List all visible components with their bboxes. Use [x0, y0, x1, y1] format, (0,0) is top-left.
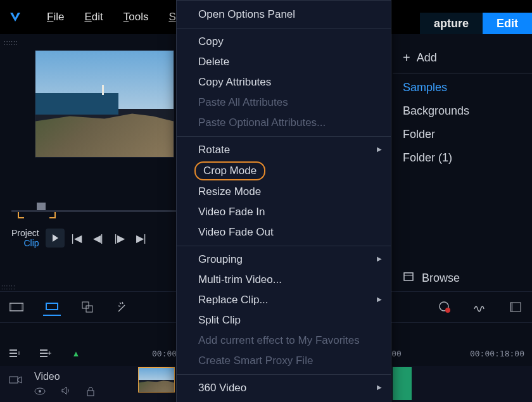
cm-delete[interactable]: Delete: [177, 52, 391, 72]
svg-rect-5: [82, 302, 89, 308]
cm-crop-mode[interactable]: Crop Mode: [194, 161, 265, 180]
record-icon[interactable]: [436, 298, 453, 316]
timeline-clip-2[interactable]: [393, 367, 412, 400]
video-track-label: Video: [34, 371, 60, 382]
tab-edit[interactable]: Edit: [483, 13, 532, 34]
cm-rotate[interactable]: Rotate: [177, 140, 391, 160]
cm-paste-optional-attributes: Paste Optional Attributes...: [177, 113, 391, 133]
library-folder-samples[interactable]: Samples: [393, 76, 532, 99]
timecode-right: 00:00:18:00: [470, 349, 524, 358]
panel-grip[interactable]: ::::::: [0, 38, 177, 47]
cm-copy-attributes[interactable]: Copy Attributes: [177, 72, 391, 92]
library-folder-1[interactable]: Folder (1): [393, 146, 532, 170]
library-browse[interactable]: Browse: [393, 266, 532, 291]
svg-point-8: [445, 308, 450, 313]
step-back-button[interactable]: ◀|: [89, 229, 108, 248]
track-visible-icon[interactable]: [34, 386, 46, 399]
preview-scrubber[interactable]: [11, 203, 176, 212]
cm-open-options[interactable]: Open Options Panel: [177, 4, 391, 25]
mark-in-icon[interactable]: [18, 212, 24, 218]
go-start-button[interactable]: |◀: [67, 229, 86, 248]
menu-file[interactable]: File: [37, 11, 74, 23]
app-logo: [6, 8, 24, 26]
add-track-icon[interactable]: [38, 346, 53, 361]
cm-video-fade-in[interactable]: Video Fade In: [177, 202, 391, 222]
track-lock-icon[interactable]: [86, 386, 95, 399]
clip-context-menu: Open Options Panel Copy Delete Copy Attr…: [176, 0, 391, 402]
mark-out-icon[interactable]: [49, 212, 56, 218]
mode-project-label[interactable]: Project: [11, 228, 39, 238]
cm-360-video[interactable]: 360 Video: [177, 378, 391, 398]
video-track-icon[interactable]: [9, 375, 23, 387]
playback-controls: Project Clip |◀ ◀| |▶ ▶|: [11, 228, 151, 248]
cm-resize-mode[interactable]: Resize Mode: [177, 182, 391, 202]
timeline-view-icon[interactable]: [43, 298, 61, 316]
library-add[interactable]: +Add: [393, 46, 532, 70]
svg-rect-14: [87, 391, 94, 396]
library-folder-backgrounds[interactable]: Backgrounds: [393, 99, 532, 123]
go-end-button[interactable]: ▶|: [132, 229, 151, 248]
step-forward-button[interactable]: |▶: [110, 229, 129, 248]
library-panel: +Add Samples Backgrounds Folder Folder (…: [393, 46, 532, 170]
svg-rect-3: [22, 303, 23, 311]
svg-rect-11: [10, 377, 18, 383]
cm-replace-clip[interactable]: Replace Clip...: [177, 290, 391, 310]
plus-icon: +: [403, 51, 410, 65]
mode-clip-label[interactable]: Clip: [11, 238, 39, 248]
svg-rect-6: [86, 306, 92, 312]
preview-panel: ::::::: [0, 38, 177, 158]
svg-rect-4: [46, 303, 58, 310]
svg-rect-1: [10, 303, 23, 311]
svg-point-13: [39, 390, 41, 393]
play-button[interactable]: [46, 229, 65, 248]
timeline-clip[interactable]: [138, 367, 175, 393]
cm-paste-all-attributes: Paste All Attributes: [177, 92, 391, 113]
panel-grip-2[interactable]: ::::::: [1, 284, 16, 291]
svg-rect-0: [404, 273, 413, 280]
track-list-icon[interactable]: [8, 346, 23, 361]
fx-tool-icon[interactable]: [114, 298, 132, 316]
preview-viewport[interactable]: [35, 50, 174, 158]
collapse-tracks-icon[interactable]: ▲: [68, 346, 84, 361]
menu-edit[interactable]: Edit: [74, 11, 113, 23]
cm-split-clip[interactable]: Split Clip: [177, 310, 391, 330]
audio-mixer-icon[interactable]: [471, 298, 489, 316]
track-audio-icon[interactable]: [61, 386, 71, 399]
storyboard-view-icon[interactable]: [8, 298, 25, 316]
cm-video-fade-out[interactable]: Video Fade Out: [177, 222, 391, 242]
menu-tools[interactable]: Tools: [113, 11, 159, 23]
tab-capture[interactable]: apture: [420, 13, 483, 34]
replace-mode-icon[interactable]: [79, 298, 96, 316]
cm-multi-trim[interactable]: Multi-trim Video...: [177, 270, 391, 290]
browse-icon: [403, 271, 414, 286]
cm-grouping[interactable]: Grouping: [177, 249, 391, 270]
library-folder[interactable]: Folder: [393, 123, 532, 146]
workspace-tabs: apture Edit: [420, 13, 532, 34]
playhead-icon[interactable]: [37, 203, 46, 210]
cm-copy[interactable]: Copy: [177, 32, 391, 52]
cm-add-favorite: Add current effect to My Favorites: [177, 330, 391, 351]
cm-smart-proxy: Create Smart Proxy File: [177, 351, 391, 371]
chapter-icon[interactable]: [507, 298, 524, 316]
svg-rect-2: [10, 303, 11, 311]
svg-rect-10: [510, 303, 513, 311]
cm-motion[interactable]: Motion: [177, 398, 391, 402]
